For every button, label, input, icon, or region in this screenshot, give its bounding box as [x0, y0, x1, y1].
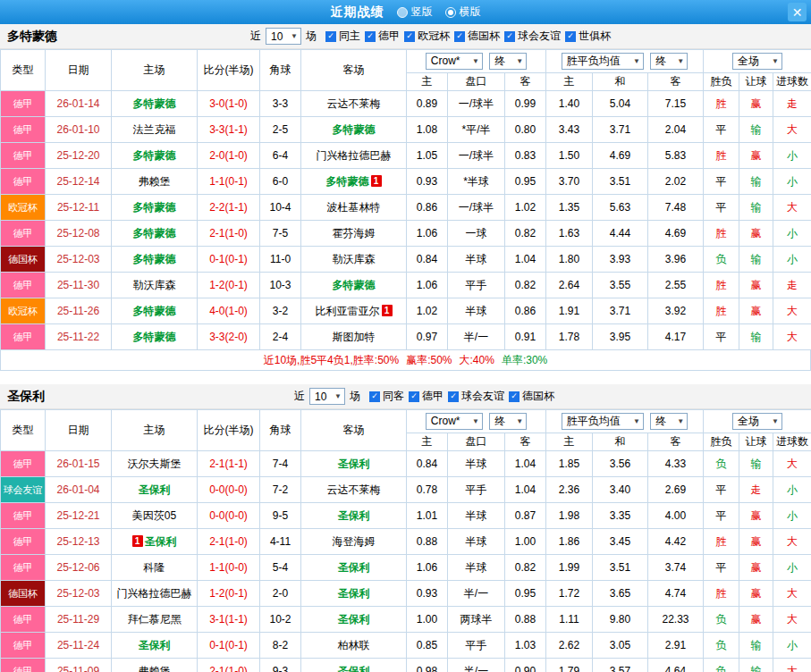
handicap-result-cell: 赢: [739, 555, 773, 581]
result-cell: 负: [704, 633, 739, 659]
odds-stage-select[interactable]: 终 ▼: [489, 53, 527, 70]
col-away: 客场: [301, 410, 407, 451]
col-type: 类型: [1, 410, 46, 451]
date-cell: 26-01-15: [46, 451, 112, 477]
fulltime-select[interactable]: 全场 ▼: [732, 53, 782, 70]
away-team-cell: 海登海姆: [301, 529, 407, 555]
league-filter-checkbox[interactable]: 同客: [369, 389, 404, 404]
odds-away-cell: 1.04: [505, 247, 546, 273]
radio-label: 横版: [460, 4, 481, 20]
col-handicap-result: 让球: [739, 73, 773, 91]
score-cell: 3-3(2-0): [198, 324, 260, 350]
home-team: 多特蒙德: [133, 305, 176, 317]
league-filter-checkbox[interactable]: 欧冠杯: [404, 29, 450, 44]
matches-body: 德甲 26-01-15 沃尔夫斯堡 2-1(1-1) 7-4 圣保利 0.84 …: [1, 451, 811, 672]
league-filter-checkbox[interactable]: 世俱杯: [565, 29, 611, 44]
avg-home-cell: 1.72: [546, 581, 593, 607]
avg-stage-select[interactable]: 终 ▼: [650, 413, 688, 430]
match-row: 球会友谊 26-01-04 圣保利 0-0(0-0) 7-2 云达不莱梅 0.7…: [1, 477, 811, 503]
section-header-stpauli: 圣保利 近 10 ▼ 场 同客 德甲 球会友谊 德国杯: [0, 384, 811, 409]
odds-home-cell: 0.78: [407, 477, 448, 503]
date-cell: 25-12-06: [46, 555, 112, 581]
col-date: 日期: [46, 50, 112, 91]
col-score: 比分(半场): [198, 50, 260, 91]
league-filter-checkbox[interactable]: 球会友谊: [504, 29, 561, 44]
league-filter-checkbox[interactable]: 德甲: [409, 389, 444, 404]
league-type-cell: 德甲: [1, 143, 46, 169]
corner-cell: 7-2: [260, 477, 301, 503]
odds-company-select[interactable]: Crow* ▼: [426, 53, 483, 70]
goals-result-cell: 小: [773, 221, 811, 247]
avg-home-cell: 2.64: [546, 273, 593, 298]
odds-company-select[interactable]: Crow* ▼: [426, 413, 483, 430]
date-cell: 25-12-08: [46, 221, 112, 247]
league-filter-checkbox[interactable]: 德国杯: [454, 29, 500, 44]
odds-away-cell: 0.83: [505, 143, 546, 169]
corner-cell: 6-4: [260, 143, 301, 169]
date-cell: 25-12-14: [46, 169, 112, 195]
chevron-down-icon: ▼: [677, 417, 684, 425]
checkbox-label: 德国杯: [522, 389, 554, 404]
home-team-cell: 多特蒙德: [112, 143, 198, 169]
chevron-down-icon: ▼: [772, 57, 779, 65]
score-cell: 3-1(1-1): [198, 607, 260, 633]
away-team: 圣保利: [338, 587, 370, 600]
away-team: 云达不莱梅: [327, 97, 381, 110]
score-cell: 1-1(0-0): [198, 555, 260, 581]
dortmund-summary: 近10场,胜5平4负1,胜率:50%赢率:50%大:40%单率:30%: [0, 350, 811, 371]
league-filter-checkbox[interactable]: 同主: [325, 29, 360, 44]
league-filter-checkbox[interactable]: 德国杯: [509, 389, 554, 404]
handicap-cell: 平手: [448, 273, 505, 298]
chevron-down-icon: ▼: [677, 57, 684, 65]
goals-result-cell: 小: [773, 503, 811, 529]
layout-radio-vertical[interactable]: 竖版: [397, 4, 433, 20]
avg-draw-cell: 3.71: [593, 298, 648, 324]
home-team: 多特蒙德: [133, 149, 176, 162]
home-team: 圣保利: [139, 639, 171, 651]
home-team-cell: 多特蒙德: [112, 91, 198, 117]
checkbox-icon: [509, 391, 520, 402]
avg-away-cell: 7.48: [648, 195, 704, 221]
avg-away-cell: 7.15: [648, 91, 704, 117]
score-cell: 2-1(1-0): [198, 221, 260, 247]
team-name: 圣保利: [7, 389, 45, 405]
avg-odds-select[interactable]: 胜平负均值 ▼: [562, 53, 644, 70]
avg-away-cell: 4.00: [648, 503, 704, 529]
match-count-select[interactable]: 10 ▼: [309, 388, 345, 405]
away-team: 斯图加特: [333, 331, 376, 343]
odds-home-cell: 0.84: [407, 247, 448, 273]
avg-home-cell: 1.86: [546, 529, 593, 555]
odds-home-cell: 0.97: [407, 324, 448, 350]
away-team: 多特蒙德: [333, 123, 376, 136]
col-avg-home: 主: [546, 73, 593, 91]
result-cell: 平: [704, 555, 739, 581]
away-team-cell: 比利亚雷亚尔1: [301, 298, 407, 324]
odds-away-cell: 0.95: [505, 581, 546, 607]
col-away: 客场: [301, 50, 407, 91]
date-cell: 25-11-26: [46, 298, 112, 324]
titlebar: 近期战绩 竖版 横版 ✕: [0, 0, 811, 24]
avg-stage-select[interactable]: 终 ▼: [650, 53, 688, 70]
col-avg-draw: 和: [593, 433, 648, 451]
avg-odds-select[interactable]: 胜平负均值 ▼: [562, 413, 644, 430]
handicap-result-cell: 输: [739, 169, 773, 195]
league-filter-checkbox[interactable]: 德甲: [365, 29, 400, 44]
odds-stage-select[interactable]: 终 ▼: [489, 413, 527, 430]
odds-away-cell: 1.04: [505, 451, 546, 477]
away-team-cell: 圣保利: [301, 451, 407, 477]
league-filter-checkbox[interactable]: 球会友谊: [448, 389, 504, 404]
layout-radio-horizontal[interactable]: 横版: [445, 4, 481, 20]
away-team-cell: 霍芬海姆: [301, 221, 407, 247]
league-type-cell: 德甲: [1, 273, 46, 298]
fulltime-select[interactable]: 全场 ▼: [732, 413, 782, 430]
corner-cell: 4-11: [260, 529, 301, 555]
close-button[interactable]: ✕: [788, 3, 807, 21]
away-team-cell: 柏林联: [301, 633, 407, 659]
match-row: 德甲 26-01-15 沃尔夫斯堡 2-1(1-1) 7-4 圣保利 0.84 …: [1, 451, 811, 477]
goals-result-cell: 大: [773, 659, 811, 672]
match-count-select[interactable]: 10 ▼: [266, 28, 301, 45]
odds-away-cell: 0.87: [505, 503, 546, 529]
league-type-cell: 德甲: [1, 659, 46, 672]
away-team: 波杜基林特: [327, 201, 381, 214]
date-cell: 25-12-11: [46, 195, 112, 221]
